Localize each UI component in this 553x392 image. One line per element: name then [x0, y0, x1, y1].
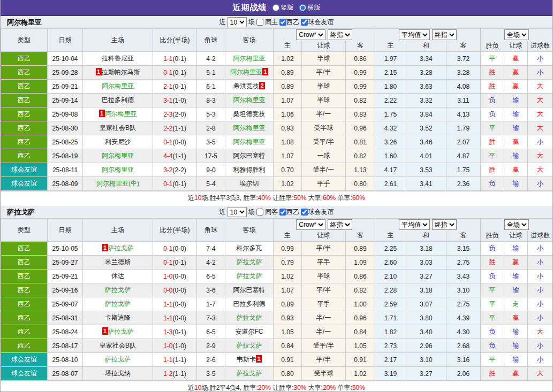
team-name-link[interactable]: 阿尔梅里亚 — [102, 82, 134, 90]
sub-header-result-hcp: 让球 — [504, 230, 528, 242]
team-name-link[interactable]: 阿尔梅里亚 — [233, 124, 266, 132]
home-team-cell: 米兰德斯 — [83, 256, 153, 270]
fulltime-score: 0-0 — [163, 287, 172, 294]
team-name-link[interactable]: 利雅得胜利 — [233, 166, 266, 173]
sub-header-avg-draw: 和 — [406, 41, 446, 52]
match-type-badge: 西乙 — [1, 107, 48, 121]
team-name-link[interactable]: 阿尔梅里亚 — [233, 96, 266, 104]
home-team-cell: 休达 — [83, 270, 153, 283]
team-name-link[interactable]: 阿尔梅里亚 — [233, 55, 266, 62]
team-name-link[interactable]: 萨拉戈萨 — [105, 300, 131, 308]
score-cell: 1-1(0-0) — [153, 297, 197, 311]
match-count-select[interactable]: 10 — [228, 17, 247, 27]
same-venue-checkbox[interactable]: 同主 — [256, 18, 278, 27]
team-name-link[interactable]: 阿尔梅里亚 — [102, 152, 134, 159]
corner-count: 5-4 — [197, 177, 225, 191]
hcp-away-odds: 0.82 — [346, 149, 375, 163]
team-name-link[interactable]: 利安尼沙 — [105, 138, 131, 145]
away-team-cell: 埃尔切 — [225, 177, 274, 191]
odds-stage-select[interactable]: 终指 — [328, 219, 352, 230]
league-checkbox[interactable]: 西乙 — [279, 18, 299, 27]
average-stage-select[interactable]: 终指 — [432, 29, 457, 40]
team-name-link[interactable]: 巴拉多利德 — [102, 96, 134, 104]
odds-stage-select[interactable]: 终指 — [328, 29, 352, 40]
result-goals: 大 — [528, 121, 553, 135]
team-name-link[interactable]: 韦斯卡 — [237, 356, 256, 363]
team-name-link[interactable]: 桑坦德竞技 — [233, 110, 266, 118]
team-name-link[interactable]: 阿尔梅里亚 — [105, 110, 137, 118]
sub-header-result-wdl: 胜负 — [481, 230, 504, 242]
scope-select[interactable]: 全场 — [504, 219, 529, 230]
friendly-checkbox[interactable]: 球会友谊 — [301, 18, 334, 27]
odds-source-select[interactable]: Crow* — [296, 219, 325, 230]
team-name-link[interactable]: 萨拉戈萨 — [237, 342, 262, 349]
result-handicap: 赢 — [504, 52, 528, 66]
average-select[interactable]: 平均值 — [399, 29, 430, 40]
away-team-cell: 阿尔梅里亚 — [225, 121, 274, 135]
summary-rate-value: 10 — [194, 384, 201, 391]
team-name-link[interactable]: 安道尔FC — [236, 328, 263, 335]
halftime-score: (0-1) — [173, 55, 186, 63]
vertical-layout-radio[interactable]: 竖版 — [272, 3, 294, 12]
hcp-away-odds: 1.00 — [346, 297, 375, 311]
scope-group-header: 全场 — [481, 29, 553, 41]
team-name-link[interactable]: 休达 — [111, 272, 124, 280]
team-name-link[interactable]: 阿尔梅里亚 — [102, 166, 134, 173]
hcp-home-odds: 0.70 — [274, 163, 302, 177]
result-handicap: 赢 — [504, 311, 528, 325]
team-name-link[interactable]: 萨拉戈萨 — [105, 356, 131, 363]
team-name-link[interactable]: 拉斯帕尔马斯 — [102, 68, 140, 76]
fulltime-score: 1-1 — [163, 55, 172, 63]
team-name-link[interactable]: 米兰德斯 — [105, 258, 131, 266]
team-name-link[interactable]: 科尔多瓦 — [237, 244, 262, 252]
team-name-link[interactable]: 阿尔梅里亚(中) — [96, 180, 139, 187]
team-name-link[interactable]: 阿尔梅里亚 — [230, 68, 262, 76]
col-header-corner: 角球 — [197, 29, 225, 52]
hcp-line: 半/一 — [302, 311, 346, 325]
match-count-select[interactable]: 10 — [228, 207, 247, 217]
hcp-home-odds: 1.02 — [274, 52, 302, 66]
match-date: 25-08-24 — [48, 325, 83, 339]
scope-select[interactable]: 全场 — [504, 29, 529, 40]
avg-away-odds: 2.75 — [446, 297, 481, 311]
col-header-home: 主场 — [83, 29, 153, 52]
team-name-link[interactable]: 萨拉戈萨 — [105, 286, 131, 294]
team-name-link[interactable]: 萨拉戈萨 — [108, 244, 134, 252]
team-name-link[interactable]: 塔拉戈纳 — [105, 370, 131, 377]
vertical-layout-radio-input[interactable] — [272, 4, 279, 11]
fulltime-score: 2-1 — [163, 83, 172, 90]
team-name-link[interactable]: 萨拉戈萨 — [237, 272, 262, 280]
team-name-link[interactable]: 希洪竞技 — [233, 82, 259, 90]
friendly-checkbox[interactable]: 球会友谊 — [301, 207, 334, 217]
fulltime-score: 0-1 — [163, 259, 172, 266]
home-team-cell: 1拉斯帕尔马斯 — [83, 66, 153, 80]
hcp-line: 受半球 — [302, 121, 346, 135]
team-name-link[interactable]: 埃尔切 — [240, 180, 259, 187]
team-name-link[interactable]: 阿尔巴塞特 — [233, 152, 266, 159]
odds-source-select[interactable]: Crow* — [296, 29, 325, 40]
team-name-link[interactable]: 萨拉戈萨 — [237, 314, 262, 321]
result-handicap: 赢 — [504, 66, 528, 80]
horizontal-layout-radio[interactable]: 横版 — [299, 3, 321, 12]
fulltime-score: 1-1 — [163, 301, 172, 308]
team-name-link[interactable]: 皇家社会B队 — [100, 124, 136, 132]
league-checkbox[interactable]: 西乙 — [279, 207, 299, 217]
team-name-link[interactable]: 阿尔巴塞特 — [233, 286, 266, 294]
result-goals: 小 — [528, 339, 553, 353]
team-name-link[interactable]: 萨拉戈萨 — [237, 370, 262, 377]
same-venue-checkbox[interactable]: 同客 — [256, 207, 278, 217]
halftime-score: (0-0) — [173, 139, 186, 146]
away-team-cell: 阿尔梅里亚1 — [225, 66, 274, 80]
team-name-link[interactable]: 阿尔梅里亚 — [233, 138, 266, 145]
team-name-link[interactable]: 拉科鲁尼亚 — [102, 55, 134, 62]
team-name-link[interactable]: 皇家社会B队 — [100, 342, 136, 349]
summary-almeria: 近10场,胜4平3负3, 胜率:40% 让胜率:50% 大率:60% 单率:60… — [1, 191, 552, 205]
hcp-away-odds: 0.82 — [346, 283, 375, 297]
team-name-link[interactable]: 萨拉戈萨 — [237, 258, 262, 266]
average-select[interactable]: 平均值 — [399, 219, 430, 230]
team-name-link[interactable]: 巴拉多利德 — [233, 300, 266, 308]
horizontal-layout-radio-input[interactable] — [299, 4, 306, 11]
average-stage-select[interactable]: 终指 — [432, 219, 457, 230]
team-name-link[interactable]: 卡斯迪隆 — [105, 314, 131, 321]
team-name-link[interactable]: 萨拉戈萨 — [108, 328, 134, 335]
